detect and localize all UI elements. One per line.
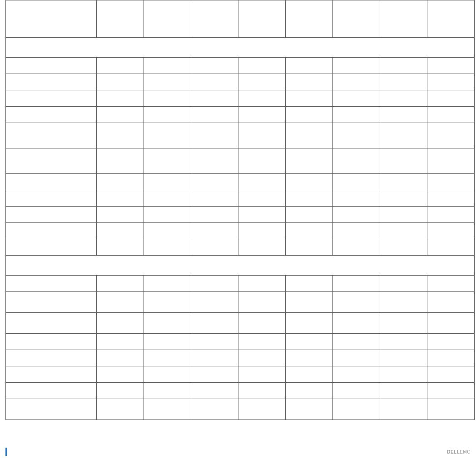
cell-text — [238, 390, 285, 392]
table-row — [6, 74, 475, 90]
cell — [144, 334, 191, 350]
cell — [380, 313, 427, 334]
cell-text — [238, 230, 285, 232]
cell — [427, 239, 475, 256]
cell — [427, 366, 475, 383]
cell-text — [427, 114, 474, 116]
cell-text — [380, 374, 427, 375]
cell — [144, 383, 191, 399]
cell — [380, 107, 427, 123]
row-label — [6, 334, 97, 350]
cell-text — [191, 197, 238, 199]
cell-text — [238, 197, 285, 199]
cell-text — [427, 65, 474, 67]
spec-table — [5, 0, 475, 420]
cell — [238, 366, 286, 383]
cell — [286, 190, 333, 207]
cell — [97, 276, 144, 292]
cell — [286, 207, 333, 223]
cell-text — [286, 197, 332, 199]
cell-text — [333, 390, 380, 392]
table-row — [6, 239, 475, 256]
cell-text — [144, 197, 191, 199]
table-row — [6, 334, 475, 350]
cell-text — [97, 409, 144, 410]
cell-text — [380, 230, 427, 232]
header-cell-3-text — [191, 18, 238, 20]
cell — [97, 313, 144, 334]
cell-text — [238, 214, 285, 216]
cell — [427, 276, 475, 292]
cell — [333, 190, 380, 207]
cell — [191, 239, 238, 256]
table-row — [6, 276, 475, 292]
cell-text — [427, 409, 474, 410]
cell — [333, 383, 380, 399]
cell-text — [191, 135, 238, 137]
row-label — [6, 292, 97, 313]
cell-text — [144, 81, 191, 83]
cell — [427, 399, 475, 420]
cell — [97, 74, 144, 90]
cell-text — [191, 230, 238, 232]
cell — [144, 123, 191, 148]
cell-text — [191, 301, 238, 303]
header-cell-4 — [238, 0, 286, 38]
row-label-text — [6, 230, 96, 232]
cell — [191, 399, 238, 420]
cell-text — [238, 65, 285, 67]
cell-text — [144, 283, 191, 285]
cell-text — [286, 230, 332, 232]
table-row — [6, 383, 475, 399]
cell-text — [97, 135, 144, 137]
cell-text — [380, 81, 427, 83]
row-label-text — [6, 160, 96, 162]
cell-text — [238, 135, 285, 137]
cell-text — [427, 98, 474, 99]
cell-text — [333, 81, 380, 83]
cell-text — [427, 283, 474, 285]
cell-text — [286, 301, 332, 303]
table-row — [6, 350, 475, 366]
cell-text — [97, 230, 144, 232]
row-label — [6, 207, 97, 223]
section-title-0-text — [6, 47, 474, 49]
cell-text — [427, 374, 474, 375]
cell-text — [427, 135, 474, 137]
row-label — [6, 107, 97, 123]
section-title-0 — [6, 38, 475, 58]
header-cell-1 — [97, 0, 144, 38]
cell — [191, 223, 238, 239]
cell — [191, 123, 238, 148]
cell — [191, 313, 238, 334]
cell — [238, 399, 286, 420]
cell — [97, 383, 144, 399]
cell — [144, 350, 191, 366]
cell — [144, 74, 191, 90]
cell — [191, 292, 238, 313]
cell — [144, 174, 191, 190]
cell — [427, 350, 475, 366]
cell — [144, 107, 191, 123]
cell-text — [97, 341, 144, 343]
row-label-text — [6, 341, 96, 343]
cell-text — [380, 197, 427, 199]
cell — [380, 74, 427, 90]
cell — [380, 399, 427, 420]
cell — [238, 239, 286, 256]
cell — [238, 90, 286, 107]
section-title-1-text — [6, 265, 474, 267]
cell — [97, 90, 144, 107]
row-label — [6, 74, 97, 90]
cell-text — [380, 114, 427, 116]
cell — [427, 383, 475, 399]
cell-text — [144, 322, 191, 324]
cell-text — [333, 409, 380, 410]
cell — [286, 334, 333, 350]
cell-text — [97, 197, 144, 199]
cell-text — [286, 214, 332, 216]
cell-text — [286, 409, 332, 410]
cell — [238, 223, 286, 239]
cell-text — [333, 181, 380, 183]
cell-text — [191, 357, 238, 359]
